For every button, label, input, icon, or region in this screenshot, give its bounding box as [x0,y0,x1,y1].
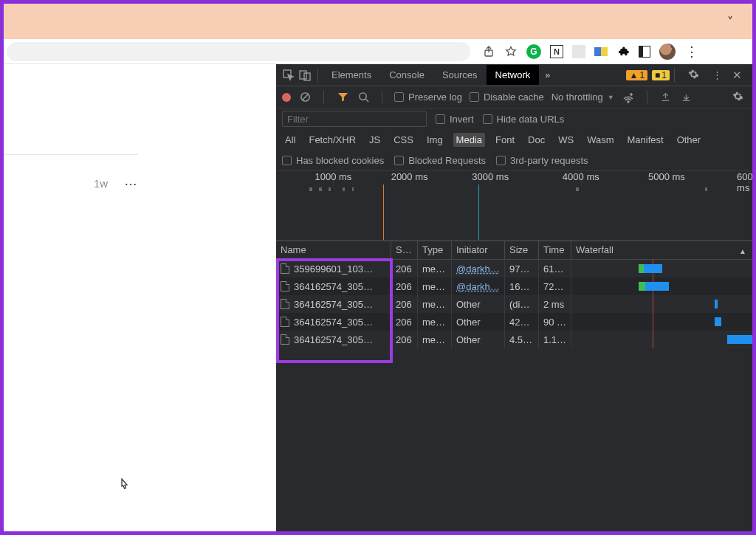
filter-type-js[interactable]: JS [366,133,383,147]
search-icon[interactable] [357,91,370,104]
hide-data-urls-checkbox[interactable]: Hide data URLs [483,114,565,125]
filter-type-img[interactable]: Img [424,133,446,147]
cell-initiator: Other [452,331,505,348]
sort-indicator-icon: ▲ [739,247,746,255]
throttling-select[interactable]: No throttling ▼ [551,92,614,103]
inspect-element-icon[interactable] [281,67,297,83]
side-panel-icon[interactable] [639,46,650,58]
cell-time: 72… [539,277,571,295]
cell-type: me… [418,260,452,277]
cell-size: 42… [505,313,539,331]
cell-status: 206 [391,295,418,313]
filter-type-doc[interactable]: Doc [525,133,548,147]
cell-initiator: Other [452,295,505,313]
extension-generic-1-icon[interactable] [572,45,585,58]
extension-generic-2-icon[interactable] [594,47,608,56]
network-toolbar: Preserve log Disable cache No throttling… [276,86,752,108]
th-initiator[interactable]: Initiator [452,241,505,259]
record-button[interactable] [282,93,291,102]
blocked-requests-checkbox[interactable]: Blocked Requests [394,155,486,166]
filter-type-manifest[interactable]: Manifest [624,133,666,147]
tab-network[interactable]: Network [487,65,540,85]
overview-tick-label: 4000 ms [563,171,599,182]
th-status[interactable]: St… [391,241,418,259]
filter-type-fetch-xhr[interactable]: Fetch/XHR [306,133,359,147]
filter-type-media[interactable]: Media [453,133,485,147]
extension-notion-icon[interactable]: N [550,45,563,58]
cell-time: 90 … [539,313,571,331]
thirdparty-requests-checkbox[interactable]: 3rd-party requests [496,155,588,166]
cursor-pointer-icon [117,477,131,496]
filter-type-wasm[interactable]: Wasm [584,133,616,147]
th-time[interactable]: Time [539,241,571,259]
cell-initiator[interactable]: @darkh… [452,260,505,277]
settings-gear-icon[interactable] [684,69,704,82]
cell-name: 359699601_103… [276,260,391,277]
table-row[interactable]: 364162574_305…206me…Other(di…2 ms [276,295,752,313]
extensions-puzzle-icon[interactable] [616,45,630,58]
file-icon [281,334,289,345]
device-toggle-icon[interactable] [297,67,313,83]
cell-status: 206 [391,260,418,277]
filter-type-all[interactable]: All [282,133,298,147]
omnibox[interactable] [7,42,470,61]
invert-checkbox[interactable]: Invert [436,114,474,125]
cell-initiator[interactable]: @darkh… [452,277,505,295]
divider [4,154,138,155]
banner-chevron-down-icon[interactable]: ˅ [727,15,733,29]
tab-elements[interactable]: Elements [323,65,380,85]
post-more-button[interactable]: … [124,173,139,189]
table-row[interactable]: 359699601_103…206me…@darkh…97…61… [276,260,752,277]
browser-menu-icon[interactable]: ⋮ [684,45,698,58]
cell-type: me… [418,295,452,313]
th-type[interactable]: Type [418,241,452,259]
th-size[interactable]: Size [505,241,539,259]
filter-type-ws[interactable]: WS [555,133,577,147]
cell-size: 16… [505,277,539,295]
issues-badge[interactable]: ■1 [652,70,670,80]
devtools-panel: Elements Console Sources Network » ▲1 ■1… [276,64,752,531]
network-conditions-icon[interactable] [622,91,635,104]
cell-time: 2 ms [539,295,571,313]
filter-type-font[interactable]: Font [492,133,518,147]
cell-waterfall [571,277,752,295]
cell-name: 364162574_305… [276,295,391,313]
cell-status: 206 [391,331,418,348]
svg-rect-2 [300,71,306,79]
cell-type: me… [418,277,452,295]
network-settings-gear-icon[interactable] [732,91,746,104]
timeline-overview[interactable]: 1000 ms2000 ms3000 ms4000 ms5000 ms6000 … [276,171,752,241]
cell-time: 61… [539,260,571,277]
devtools-close-button[interactable]: ✕ [726,69,748,82]
devtools-menu-icon[interactable]: ⋮ [708,69,726,80]
extension-grammarly-icon[interactable]: G [526,44,541,59]
star-icon[interactable] [504,45,518,58]
svg-point-6 [628,101,629,103]
clear-icon[interactable] [298,91,312,104]
cell-waterfall [571,331,752,348]
blocked-cookies-checkbox[interactable]: Has blocked cookies [282,155,384,166]
tab-console[interactable]: Console [380,65,433,85]
filter-input[interactable] [282,111,427,127]
th-name[interactable]: Name [276,241,391,259]
share-icon[interactable] [482,45,495,58]
filter-type-css[interactable]: CSS [391,133,416,147]
cell-status: 206 [391,277,418,295]
filter-funnel-icon[interactable] [336,91,349,104]
filter-type-other[interactable]: Other [674,133,704,147]
tabs-overflow-icon[interactable]: » [539,69,556,80]
overview-tick-label: 2000 ms [391,171,428,182]
th-waterfall[interactable]: Waterfall▲ [571,241,752,259]
warnings-badge[interactable]: ▲1 [626,70,647,80]
cell-status: 206 [391,313,418,331]
tab-sources[interactable]: Sources [433,65,487,85]
export-icon[interactable] [680,91,693,104]
table-row[interactable]: 364162574_305…206me…Other4.5…1.1… [276,331,752,348]
table-row[interactable]: 364162574_305…206me…@darkh…16…72… [276,277,752,295]
cell-time: 1.1… [539,331,571,348]
preserve-log-checkbox[interactable]: Preserve log [394,92,462,103]
disable-cache-checkbox[interactable]: Disable cache [470,92,544,103]
import-icon[interactable] [659,91,673,104]
profile-avatar[interactable] [659,44,676,60]
table-row[interactable]: 364162574_305…206me…Other42…90 … [276,313,752,331]
